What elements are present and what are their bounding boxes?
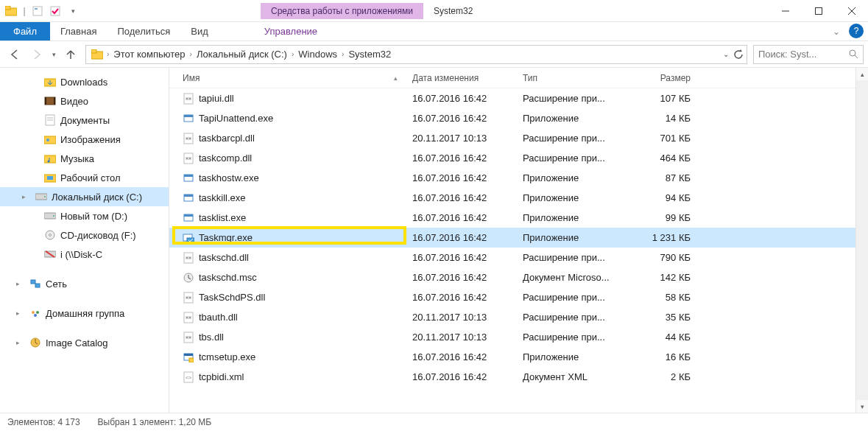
file-row[interactable]: taskschd.dll16.07.2016 16:42Расширение п…	[169, 248, 855, 267]
file-row[interactable]: tapiui.dll16.07.2016 16:42Расширение при…	[169, 88, 855, 108]
crumb-sep-icon[interactable]: ›	[290, 50, 295, 58]
file-icon	[183, 312, 194, 323]
svg-point-23	[48, 161, 50, 163]
sidebar-item-pictures[interactable]: Изображения	[0, 130, 169, 149]
file-row[interactable]: <>tcpbidi.xml16.07.2016 16:42Документ XM…	[169, 367, 855, 387]
file-tab[interactable]: Файл	[0, 22, 50, 41]
desktop-icon	[44, 172, 56, 183]
file-row[interactable]: tbauth.dll20.11.2017 10:13Расширение при…	[169, 307, 855, 327]
file-date: 16.07.2016 16:42	[412, 272, 523, 283]
file-type: Приложение	[523, 232, 633, 243]
qat-check-icon[interactable]	[47, 3, 63, 19]
file-row[interactable]: Taskmgr.exe16.07.2016 16:42Приложение1 2…	[169, 228, 855, 248]
file-icon	[183, 113, 194, 125]
qat-properties-icon[interactable]	[29, 3, 46, 19]
nav-back-button[interactable]	[4, 44, 25, 65]
sidebar-item-desktop[interactable]: Рабочий стол	[0, 168, 169, 187]
file-name: TaskSchdPS.dll	[199, 292, 265, 303]
sidebar-item-documents[interactable]: Документы	[0, 111, 169, 130]
tab-manage[interactable]: Управление	[254, 22, 328, 41]
qat-separator: |	[21, 3, 28, 19]
sidebar-item-downloads[interactable]: Downloads	[0, 72, 169, 91]
maximize-button[interactable]	[802, 0, 835, 22]
tab-share[interactable]: Поделиться	[107, 22, 180, 41]
qat-dropdown-icon[interactable]: ▾	[65, 3, 81, 19]
file-row[interactable]: taskkill.exe16.07.2016 16:42Приложение94…	[169, 188, 855, 208]
address-bar[interactable]: › Этот компьютер › Локальный диск (C:) ›…	[85, 45, 747, 64]
scroll-down-button[interactable]: ▾	[856, 400, 868, 413]
svg-rect-3	[35, 8, 38, 10]
file-type: Расширение при...	[523, 292, 633, 303]
sidebar-item-music[interactable]: Музыка	[0, 149, 169, 168]
explorer-icon	[3, 3, 19, 19]
crumb-sep-icon[interactable]: ›	[340, 50, 345, 58]
file-row[interactable]: tcmsetup.exe16.07.2016 16:42Приложение16…	[169, 347, 855, 367]
crumb-sep-icon[interactable]: ›	[188, 50, 194, 58]
column-headers[interactable]: Имя▴ Дата изменения Тип Размер	[169, 68, 855, 88]
svg-point-48	[186, 138, 188, 139]
scroll-up-button[interactable]: ▴	[856, 68, 868, 80]
minimize-button[interactable]	[769, 0, 802, 22]
music-icon	[44, 153, 56, 164]
nav-recent-dropdown[interactable]: ▾	[49, 44, 59, 65]
file-date: 16.07.2016 16:42	[412, 351, 523, 362]
file-row[interactable]: TapiUnattend.exe16.07.2016 16:42Приложен…	[169, 108, 855, 128]
col-size[interactable]: Размер	[633, 73, 699, 83]
file-size: 2 КБ	[633, 371, 699, 382]
file-row[interactable]: taskcomp.dll16.07.2016 16:42Расширение п…	[169, 148, 855, 168]
file-name: taskkill.exe	[199, 192, 246, 203]
search-input[interactable]: Поиск: Syst...	[753, 45, 864, 64]
file-type: Приложение	[523, 212, 633, 223]
file-type: Документ XML	[523, 371, 633, 382]
col-type[interactable]: Тип	[523, 73, 633, 83]
svg-rect-35	[35, 284, 40, 287]
crumb-this-pc[interactable]: Этот компьютер	[110, 47, 188, 61]
sidebar-group-homegroup[interactable]: ▸Домашняя группа	[0, 304, 169, 323]
file-row[interactable]: tasklist.exe16.07.2016 16:42Приложение99…	[169, 208, 855, 228]
file-size: 16 КБ	[633, 351, 699, 362]
file-name: tasklist.exe	[199, 212, 246, 223]
crumb-sep-icon[interactable]: ›	[105, 50, 110, 58]
sidebar-item-video[interactable]: Видео	[0, 91, 169, 111]
svg-point-69	[186, 297, 188, 298]
net-off-icon	[44, 248, 56, 260]
file-name: taskcomp.dll	[199, 153, 252, 164]
tab-home[interactable]: Главная	[50, 22, 107, 41]
file-row[interactable]: tbs.dll20.11.2017 10:13Расширение при...…	[169, 327, 855, 347]
crumb-system32[interactable]: System32	[345, 47, 394, 61]
sidebar-item-cd[interactable]: CD-дисковод (F:)	[0, 225, 169, 245]
nav-forward-button[interactable]	[27, 44, 47, 65]
ribbon-expand-icon[interactable]: ⌄	[828, 22, 844, 41]
svg-point-43	[189, 98, 191, 99]
file-row[interactable]: taskbarcpl.dll20.11.2017 10:13Расширение…	[169, 128, 855, 148]
file-date: 16.07.2016 16:42	[412, 252, 523, 263]
sidebar-group-catalog[interactable]: ▸Image Catalog	[0, 333, 169, 352]
sidebar-item-net-off[interactable]: i (\\Disk-C	[0, 245, 169, 264]
file-row[interactable]: TaskSchdPS.dll16.07.2016 16:42Расширение…	[169, 287, 855, 307]
file-icon	[183, 272, 194, 284]
tab-view[interactable]: Вид	[180, 22, 219, 41]
sidebar-item-label: CD-дисковод (F:)	[60, 230, 136, 241]
col-name[interactable]: Имя	[183, 73, 200, 83]
svg-point-49	[189, 138, 191, 139]
sidebar-group-network[interactable]: ▸Сеть	[0, 274, 169, 293]
file-row[interactable]: taskhostw.exe16.07.2016 16:42Приложение8…	[169, 168, 855, 188]
chevron-right-icon: ▸	[22, 193, 31, 200]
refresh-icon[interactable]	[733, 49, 744, 60]
close-button[interactable]	[835, 0, 868, 22]
file-size: 99 КБ	[633, 212, 699, 223]
address-dropdown-icon[interactable]: ⌄	[723, 50, 729, 58]
file-size: 87 КБ	[633, 172, 699, 183]
nav-up-button[interactable]	[60, 44, 81, 65]
crumb-disk-c[interactable]: Локальный диск (C:)	[194, 47, 290, 61]
col-date[interactable]: Дата изменения	[412, 73, 523, 83]
sidebar-item-disk[interactable]: ▸Локальный диск (C:)	[0, 187, 169, 206]
file-date: 16.07.2016 16:42	[412, 172, 523, 183]
sidebar-item-disk[interactable]: Новый том (D:)	[0, 206, 169, 225]
svg-point-73	[186, 317, 188, 318]
file-row[interactable]: taskschd.msc16.07.2016 16:42Документ Mic…	[169, 267, 855, 287]
sort-indicator-icon: ▴	[394, 74, 398, 82]
crumb-windows[interactable]: Windows	[295, 47, 340, 61]
help-icon[interactable]: ?	[849, 24, 864, 38]
file-date: 16.07.2016 16:42	[412, 113, 523, 124]
